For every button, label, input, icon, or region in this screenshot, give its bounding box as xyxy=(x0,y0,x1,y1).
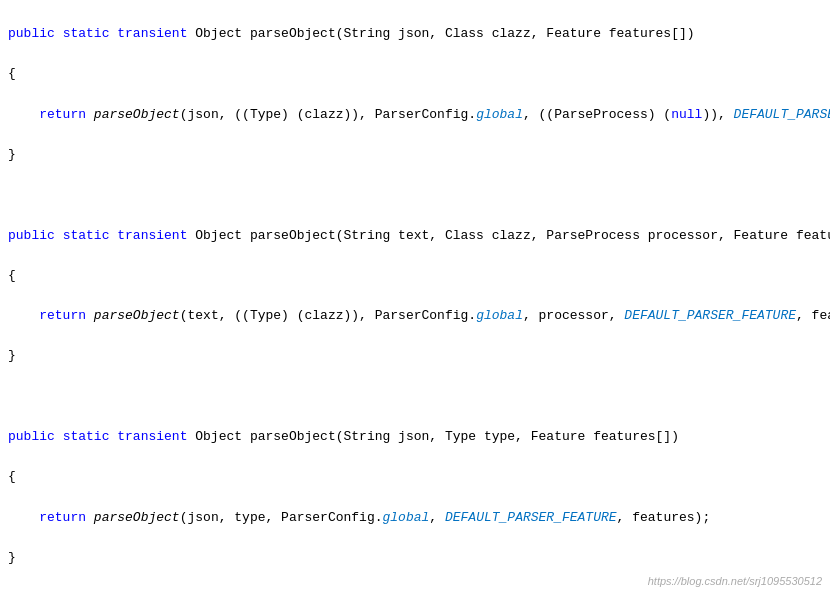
line-1: public static transient Object parseObje… xyxy=(8,24,822,44)
line-13: return parseObject(json, type, ParserCon… xyxy=(8,508,822,528)
line-12: { xyxy=(8,467,822,487)
line-5 xyxy=(8,185,822,205)
code-container: public static transient Object parseObje… xyxy=(0,0,830,597)
line-10 xyxy=(8,387,822,407)
line-9: } xyxy=(8,346,822,366)
line-3: return parseObject(json, ((Type) (clazz)… xyxy=(8,105,822,125)
line-6: public static transient Object parseObje… xyxy=(8,226,822,246)
line-4: } xyxy=(8,145,822,165)
line-14: } xyxy=(8,548,822,568)
line-7: { xyxy=(8,266,822,286)
line-11: public static transient Object parseObje… xyxy=(8,427,822,447)
line-2: { xyxy=(8,64,822,84)
code-content: public static transient Object parseObje… xyxy=(0,0,830,597)
watermark: https://blog.csdn.net/srj1095530512 xyxy=(648,573,822,590)
line-15 xyxy=(8,588,822,597)
line-8: return parseObject(text, ((Type) (clazz)… xyxy=(8,306,822,326)
